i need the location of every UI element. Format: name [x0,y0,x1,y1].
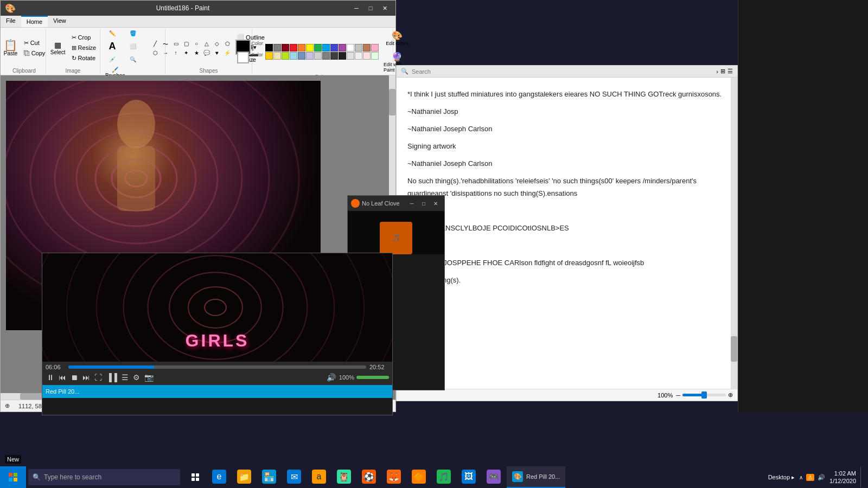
shape-star5[interactable]: ★ [192,49,201,56]
color-nearwhite[interactable] [355,52,362,60]
shape-ellipse[interactable]: ○ [192,40,201,49]
shape-curve[interactable]: 〜 [161,40,170,49]
color-vdkgray[interactable] [339,52,346,60]
shape-line[interactable]: ╱ [150,40,160,49]
color2-swatch[interactable] [237,52,249,63]
eq-button[interactable]: ▐▐ [105,372,118,383]
color-ltgray[interactable] [355,44,362,52]
shape-heart[interactable]: ♥ [212,49,222,56]
text-search-input[interactable] [412,68,520,75]
paste-button[interactable]: 📋 Paste [1,38,21,58]
color-ltpink[interactable] [363,52,371,60]
app2-taskbar[interactable]: 🎮 [482,466,506,488]
home-tab[interactable]: Home [21,16,48,27]
color-ltgreen2[interactable] [371,52,379,60]
color-vltgray[interactable] [347,52,354,60]
select-button[interactable]: ▦ Select [48,39,68,57]
resize-button[interactable]: ⊞ Resize [69,43,99,53]
text-zoom-slider[interactable] [682,394,726,396]
list-view-icon[interactable]: ☰ [727,68,733,75]
text-zoom-minus[interactable]: ─ [676,392,680,399]
color-ltgreen[interactable] [282,52,289,60]
eraser-button[interactable]: ⬜ [123,42,143,51]
start-button[interactable] [0,466,26,488]
color-indigo[interactable] [330,44,338,52]
color-green[interactable] [314,44,322,52]
file-tab[interactable]: File [1,16,21,27]
color-yellow[interactable] [306,44,314,52]
shape-diamond[interactable]: ◇ [212,40,222,49]
rotate-button[interactable]: ↻ Rotate [69,54,99,63]
prev-button[interactable]: ⏮ [58,372,67,383]
color-purple[interactable] [339,44,346,52]
shape-arrow[interactable]: → [161,49,170,56]
maximize-button[interactable]: □ [364,3,377,14]
shape-rect[interactable]: ▭ [171,40,181,49]
play-pause-button[interactable]: ⏸ [46,372,55,383]
magnify-button[interactable]: 🔍 [123,55,143,64]
shape-round-rect[interactable]: ▢ [181,40,191,49]
right-arrow-icon[interactable]: › [716,68,718,75]
color-steelblue[interactable] [298,52,305,60]
wmp-close-btn[interactable]: ✕ [430,199,441,208]
shape-hex[interactable]: ⬡ [150,49,160,56]
photos-taskbar[interactable]: 🖼 [457,466,481,488]
text-scrollbar[interactable] [731,78,737,401]
volume-icon[interactable]: 🔊 [326,372,337,383]
explorer-taskbar[interactable]: 📁 [232,466,256,488]
color-brown[interactable] [363,44,371,52]
next-button[interactable]: ⏭ [81,372,91,383]
color-lavender[interactable] [306,52,314,60]
minimize-button[interactable]: ─ [350,3,363,14]
fullscreen-button[interactable]: ⛶ [93,372,103,383]
store-taskbar[interactable]: 🏪 [257,466,281,488]
color-midgray[interactable] [322,52,330,60]
taskbar-search-box[interactable]: 🔍 [28,469,180,485]
video-display[interactable]: GIRLS [42,253,392,362]
video-progress-bar[interactable] [68,365,366,369]
color-gold[interactable] [265,52,273,60]
vlc-taskbar[interactable]: 🔶 [407,466,431,488]
close-button[interactable]: ✕ [378,3,391,14]
screenshot-button[interactable]: 📷 [143,372,155,383]
settings-button[interactable]: ⚙ [132,372,141,383]
color-cream[interactable] [273,52,281,60]
text-zoom-handle[interactable] [701,391,707,399]
paint-taskbar-button[interactable]: 🎨 Red Pill 20... [507,466,565,488]
wmp-min-btn[interactable]: ─ [406,199,417,208]
volume-bar[interactable] [356,376,389,379]
speaker-icon[interactable]: 🔊 [818,474,825,481]
wmp-max-btn[interactable]: □ [418,199,429,208]
amazon-taskbar[interactable]: a [307,466,331,488]
color-dkgray[interactable] [330,52,338,60]
color-ltblue[interactable] [290,52,297,60]
text-button[interactable]: A [103,39,122,54]
show-desktop-button[interactable] [860,467,864,487]
security-tray-icon[interactable]: ⚠ [806,474,814,481]
edge-taskbar[interactable]: e [207,466,231,488]
taskview-button[interactable] [184,466,206,488]
text-zoom-plus[interactable]: ⊕ [728,391,733,399]
fill-tool-button[interactable]: 🪣 [123,29,143,38]
up-arrow-tray[interactable]: ∧ [799,474,803,480]
browser2-taskbar[interactable]: 🦊 [382,466,406,488]
grid-view-icon[interactable]: ⊞ [720,68,725,75]
eyedropper-button[interactable]: 💉 [103,55,122,64]
taskbar-search-input[interactable] [44,473,163,481]
edit-colors-button[interactable]: 🎨 Edit colors [383,29,411,48]
mail-taskbar[interactable]: ✉ [282,466,306,488]
shape-callout[interactable]: 💬 [202,49,212,56]
stop-button[interactable]: ⏹ [69,372,79,383]
shape-arrow2[interactable]: ↑ [171,49,181,56]
copy-button[interactable]: ⿻ Copy [22,49,48,57]
text-scroll-thumb[interactable] [731,336,737,362]
cut-button[interactable]: ✂ Cut [22,38,48,48]
tripadvisor-taskbar[interactable]: 🦉 [332,466,356,488]
zoom-in-icon[interactable]: ⊕ [5,402,10,409]
color-pink[interactable] [371,44,379,52]
desktop-label[interactable]: Desktop ▸ [768,474,795,481]
origin-taskbar[interactable]: ⚽ [357,466,381,488]
pencil-button[interactable]: ✏️ [103,29,122,38]
shape-triangle[interactable]: △ [202,40,212,49]
color-gray[interactable] [273,44,281,52]
